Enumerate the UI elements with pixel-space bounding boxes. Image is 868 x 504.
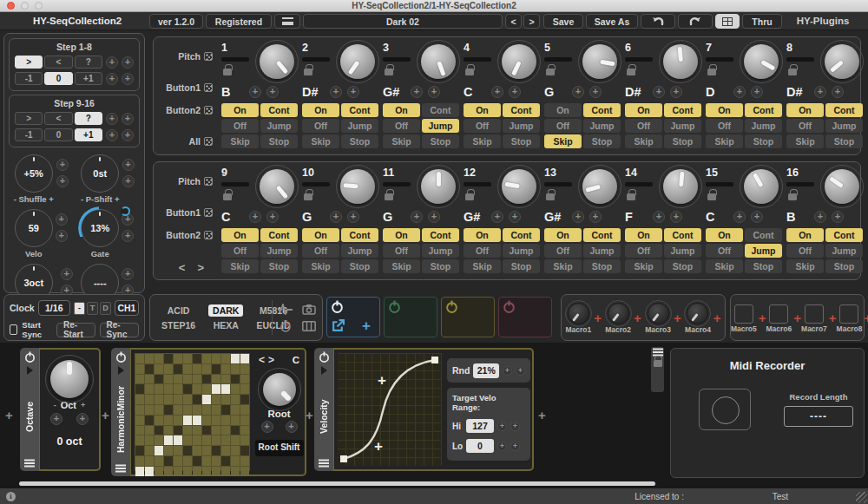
seq-type-acid[interactable]: ACID [163,304,194,317]
step-stop-button[interactable]: Stop [583,259,621,273]
scale-cell[interactable] [164,416,173,425]
step-stop-button[interactable]: Stop [260,259,298,273]
macro2-knob[interactable] [608,303,629,324]
mod-slot-4[interactable] [498,297,552,337]
scale-cell[interactable] [183,354,192,363]
scale-cell[interactable] [135,364,144,374]
scale-cell[interactable] [193,416,201,425]
scale-cell[interactable] [183,456,192,466]
scale-cell[interactable] [202,435,211,445]
pitch-knob[interactable] [744,169,779,204]
piano-icon[interactable] [302,321,316,331]
module-menu-icon[interactable] [24,462,35,464]
start-sync-checkbox[interactable] [10,324,17,335]
mod-assign-button[interactable]: + [122,175,135,187]
scale-cell[interactable] [231,467,240,476]
dice-icon[interactable] [204,52,213,61]
division-button[interactable]: T [87,302,98,315]
scale-cell[interactable] [240,446,249,455]
scale-cell[interactable] [183,384,192,394]
step-jump-button[interactable]: Jump [825,119,863,133]
scale-cell[interactable] [135,375,144,384]
scale-cell[interactable] [212,416,220,425]
scale-cell[interactable] [231,364,240,374]
step-cont-button[interactable]: Cont [503,103,540,117]
scale-cell[interactable] [145,426,154,435]
seq-type-hexa[interactable]: HEXA [209,319,243,331]
dice-icon[interactable] [204,208,213,217]
preset-selector[interactable]: Dark 02 [303,14,503,29]
scale-cell[interactable] [202,354,211,363]
step-stop-button[interactable]: Stop [422,259,459,273]
direction-button[interactable]: > [15,56,43,69]
scale-cell[interactable] [202,446,211,455]
mod-assign-button[interactable]: + [814,211,826,223]
scale-cell[interactable] [135,467,144,476]
menu-button[interactable] [274,14,300,29]
add-module-button[interactable]: + [5,408,13,422]
scale-cell[interactable] [135,384,144,394]
step-on-button[interactable]: On [464,103,501,117]
macro1-knob[interactable] [568,303,589,324]
mod-assign-button[interactable]: + [653,211,665,223]
mod-assign-button[interactable]: + [510,442,520,451]
step-off-button[interactable]: Off [221,119,259,133]
step-off-button[interactable]: Off [786,119,824,133]
camera-icon[interactable] [302,304,316,315]
lock-icon[interactable] [654,360,662,367]
step-off-button[interactable]: Off [464,244,501,258]
step-on-button[interactable]: On [383,103,420,117]
macro5-button[interactable] [734,304,753,324]
scale-cell[interactable] [240,375,249,384]
scale-cell[interactable] [183,395,192,404]
scale-cell[interactable] [183,467,192,476]
scale-cell[interactable] [212,364,220,374]
scale-cell[interactable] [183,375,192,384]
curve-endpoint[interactable] [431,357,438,363]
scale-cell[interactable] [155,456,163,466]
curve-endpoint[interactable] [340,455,347,462]
mod-assign-button[interactable]: + [814,86,826,98]
pitch-knob[interactable] [825,44,859,79]
scale-cell[interactable] [164,375,173,384]
mod-assign-button[interactable]: + [249,86,261,98]
step-stop-button[interactable]: Stop [664,134,701,148]
scale-cell[interactable] [240,364,249,374]
scale-cell[interactable] [164,384,173,394]
pitch-knob[interactable] [502,44,536,79]
pitch-knob[interactable] [421,44,456,79]
step-stop-button[interactable]: Stop [664,259,701,273]
scale-cell[interactable] [193,375,201,384]
module-menu-icon[interactable] [115,468,126,469]
scale-cell[interactable] [212,467,220,476]
scale-cell[interactable] [231,446,240,455]
step-off-button[interactable]: Off [302,244,339,258]
preset-next-button[interactable]: > [523,14,540,29]
export-icon[interactable] [332,319,345,332]
lock-icon[interactable] [546,193,555,200]
mod-assign-button[interactable]: + [261,421,273,433]
lock-icon[interactable] [788,69,797,75]
curve-handle[interactable]: + [374,438,383,455]
restart-button[interactable]: Re-Start [56,323,95,337]
scale-cell[interactable] [164,405,173,415]
scale-cell[interactable] [174,364,182,374]
scale-cell[interactable] [174,416,182,425]
scale-cell[interactable] [155,426,163,435]
scale-cell[interactable] [155,416,163,425]
lock-icon[interactable] [465,193,474,200]
mod-assign-button[interactable]: + [56,213,68,226]
lock-icon[interactable] [304,193,312,200]
pitch-knob[interactable] [421,169,456,204]
scale-cell[interactable] [145,384,154,394]
step-cont-button[interactable]: Cont [583,228,621,242]
step-skip-button[interactable]: Skip [221,134,259,148]
step-off-button[interactable]: Off [221,244,259,258]
step-off-button[interactable]: Off [464,119,501,133]
scale-cell[interactable] [193,467,201,476]
scale-cell[interactable] [183,426,192,435]
mod-assign-button[interactable]: + [497,422,507,431]
pitch-knob[interactable] [582,169,617,204]
scale-cell[interactable] [145,405,154,415]
power-icon[interactable] [24,351,36,363]
